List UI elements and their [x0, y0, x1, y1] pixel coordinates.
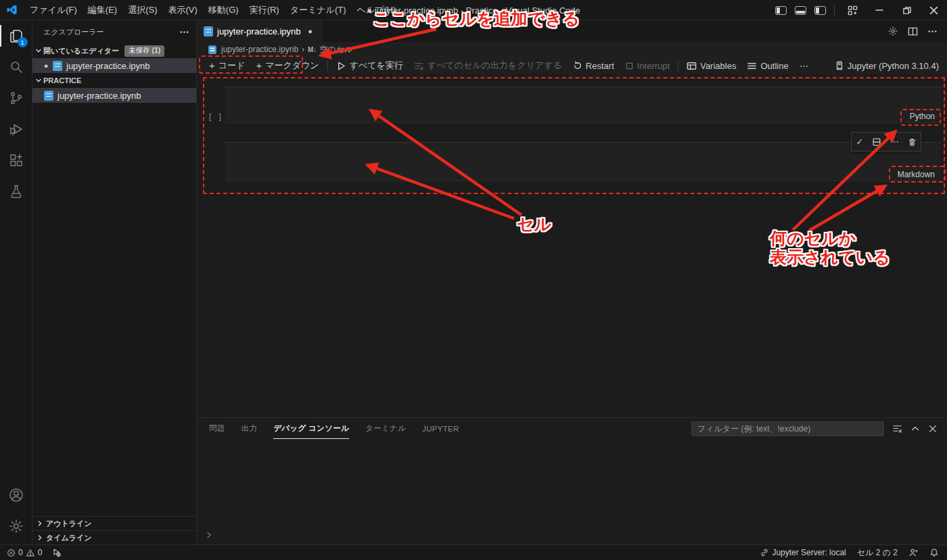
notebook-file-icon — [204, 26, 213, 37]
notebook-editor: [ ] Python Markdown ✓ ⋯ — [197, 74, 947, 417]
menu-run[interactable]: 実行(R) — [244, 2, 285, 18]
customize-layout-icon[interactable] — [839, 0, 866, 20]
add-markdown-cell-button[interactable]: + マークダウン — [250, 57, 324, 74]
menu-bar: ファイル(F) 編集(E) 選択(S) 表示(V) 移動(G) 実行(R) ター… — [24, 2, 401, 18]
breadcrumb-separator: › — [302, 45, 304, 54]
toggle-sidebar-icon[interactable] — [775, 6, 787, 15]
divider — [327, 61, 328, 70]
menu-view[interactable]: 表示(V) — [163, 2, 203, 18]
tab-label: jupyter-practice.ipynb — [217, 26, 301, 37]
tab-jupyter-practice[interactable]: jupyter-practice.ipynb ● — [197, 20, 322, 42]
chevron-down-icon — [35, 47, 42, 54]
remote-link-icon — [760, 548, 769, 557]
cell-language-markdown[interactable]: Markdown — [898, 170, 935, 179]
notebook-file-icon — [53, 61, 62, 71]
interrupt-button[interactable]: Interrupt — [620, 57, 675, 74]
editor-more-actions-icon[interactable] — [927, 26, 938, 37]
delete-cell-trash-icon[interactable] — [908, 137, 917, 147]
menu-edit[interactable]: 編集(E) — [83, 2, 122, 18]
panel-tab-output[interactable]: 出力 — [241, 418, 258, 439]
breadcrumb-cell[interactable]: 空のセル — [319, 44, 352, 55]
toolbar-more-button[interactable]: ⋯ — [794, 57, 814, 74]
jupyter-server-status[interactable]: Jupyter Server: local — [760, 548, 846, 557]
markdown-cell[interactable]: Markdown — [225, 142, 941, 181]
interrupt-label: Interrupt — [637, 61, 670, 71]
sidebar-title: エクスプローラー — [43, 27, 104, 37]
restart-button[interactable]: Restart — [568, 57, 620, 74]
divider — [834, 5, 835, 15]
close-window-button[interactable] — [920, 0, 947, 20]
activity-bar: 1 — [0, 20, 32, 544]
add-code-cell-button[interactable]: + コード — [204, 57, 250, 74]
panel-tab-jupyter[interactable]: JUPYTER — [422, 418, 459, 439]
notifications-bell-icon[interactable] — [929, 548, 939, 557]
settings-gear-icon[interactable] — [0, 511, 32, 542]
panel-tab-terminal[interactable]: ターミナル — [365, 418, 406, 439]
panel-tab-problems[interactable]: 問題 — [209, 418, 225, 439]
breadcrumb: jupyter-practice.ipynb › M↓ 空のセル — [197, 42, 947, 57]
folder-name: PRACTICE — [43, 76, 81, 85]
variables-button[interactable]: Variables — [681, 57, 741, 74]
restore-button[interactable] — [893, 0, 920, 20]
clear-outputs-button[interactable]: すべてのセルの出力をクリアする — [409, 57, 568, 74]
menu-terminal[interactable]: ターミナル(T) — [285, 2, 352, 18]
debug-filter-input[interactable] — [691, 421, 884, 436]
accounts-icon[interactable] — [0, 480, 32, 511]
menu-file[interactable]: ファイル(F) — [24, 2, 83, 18]
timeline-section-label: タイムライン — [46, 533, 92, 543]
toggle-panel-icon[interactable] — [795, 6, 806, 15]
problems-status[interactable]: 0 0 — [7, 548, 42, 557]
add-markdown-label: マークダウン — [265, 60, 319, 72]
notebook-settings-gear-icon[interactable] — [887, 26, 898, 37]
maximize-panel-chevron-icon[interactable] — [910, 424, 920, 434]
timeline-section[interactable]: タイムライン — [32, 530, 196, 544]
outline-button[interactable]: Outline — [741, 57, 793, 74]
open-editor-item[interactable]: ● jupyter-practice.ipynb — [32, 58, 196, 73]
outline-section[interactable]: アウトライン — [32, 516, 196, 530]
breadcrumb-file[interactable]: jupyter-practice.ipynb — [221, 45, 298, 54]
split-editor-icon[interactable] — [908, 26, 918, 37]
debug-status-icon[interactable] — [51, 548, 62, 557]
close-panel-icon[interactable] — [928, 424, 938, 434]
tab-dirty-dot-icon[interactable]: ● — [306, 27, 315, 35]
console-prompt-chevron-icon[interactable] — [205, 531, 213, 539]
activity-search-icon[interactable] — [0, 51, 32, 83]
add-code-label: コード — [218, 60, 246, 72]
bottom-panel: 問題 出力 デバッグ コンソール ターミナル JUPYTER — [197, 417, 947, 544]
menu-selection[interactable]: 選択(S) — [122, 2, 162, 18]
folder-section-practice[interactable]: PRACTICE — [32, 73, 196, 88]
restart-icon — [573, 61, 582, 70]
cell-more-actions-icon[interactable]: ⋯ — [890, 137, 899, 147]
kernel-icon — [835, 61, 844, 70]
cell-language-python[interactable]: Python — [910, 112, 935, 121]
open-editors-section[interactable]: 開いているエディター 未保存 (1) — [32, 43, 196, 58]
run-all-icon — [336, 61, 346, 71]
clear-console-icon[interactable] — [892, 423, 902, 434]
error-count: 0 — [18, 548, 23, 557]
more-icon: ⋯ — [800, 61, 808, 71]
explorer-more-actions-icon[interactable] — [179, 27, 189, 37]
minimize-button[interactable] — [866, 0, 893, 20]
activity-source-control-icon[interactable] — [0, 83, 32, 114]
tree-item-notebook[interactable]: jupyter-practice.ipynb — [32, 88, 196, 103]
cell-hover-toolbar: ✓ ⋯ — [851, 132, 921, 151]
run-all-label: すべてを実行 — [350, 60, 403, 72]
run-all-button[interactable]: すべてを実行 — [331, 57, 409, 74]
split-cell-icon[interactable] — [872, 137, 881, 147]
panel-tab-debug-console[interactable]: デバッグ コンソール — [273, 418, 349, 439]
toggle-secondary-sidebar-icon[interactable] — [814, 6, 826, 15]
activity-testing-icon[interactable] — [0, 176, 32, 207]
outline-label: Outline — [760, 61, 788, 71]
outline-section-label: アウトライン — [46, 519, 92, 529]
activity-run-debug-icon[interactable] — [0, 114, 32, 145]
warning-count: 0 — [38, 548, 43, 557]
cell-position-status[interactable]: セル 2 の 2 — [857, 547, 898, 559]
stop-editing-check-icon[interactable]: ✓ — [856, 137, 863, 147]
activity-extensions-icon[interactable] — [0, 145, 32, 176]
code-cell[interactable]: Python — [225, 87, 941, 123]
kernel-picker-button[interactable]: Jupyter (Python 3.10.4) — [835, 61, 947, 71]
activity-explorer-icon[interactable]: 1 — [0, 20, 32, 51]
debug-console-body[interactable] — [197, 439, 947, 544]
menu-go[interactable]: 移動(G) — [203, 2, 244, 18]
feedback-person-icon[interactable] — [908, 548, 919, 557]
